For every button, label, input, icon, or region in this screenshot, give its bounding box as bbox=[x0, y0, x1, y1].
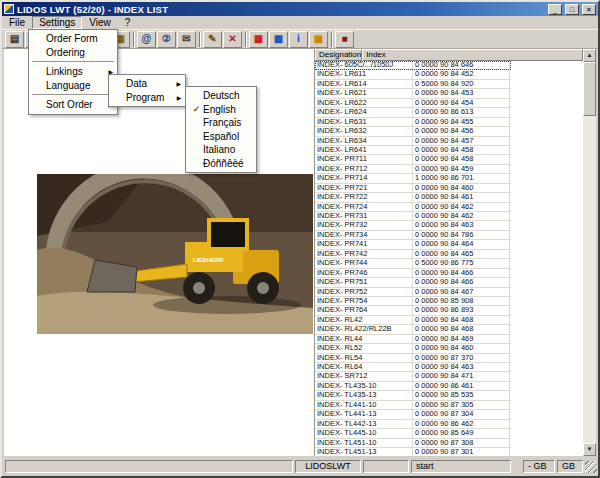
info-button[interactable]: i bbox=[289, 31, 308, 48]
designation-cell: INDEX- TL435-13 bbox=[315, 391, 413, 399]
menu-item-deutsch[interactable]: ✓ Deutsch ▶ bbox=[188, 89, 254, 103]
designation-cell: INDEX- LR631 bbox=[315, 118, 413, 126]
menu-view[interactable]: View bbox=[82, 16, 118, 29]
table-row[interactable]: INDEX- SR712 0 0000 90 84 471 bbox=[315, 372, 511, 381]
toolbar-icon: ▦ bbox=[274, 34, 283, 44]
mail-button[interactable]: ✉ bbox=[177, 31, 196, 48]
search-a-button[interactable]: @ bbox=[137, 31, 156, 48]
table-row[interactable]: INDEX- LR614 0 5000 90 84 920 bbox=[315, 80, 511, 89]
toolbar-icon: ▦ bbox=[314, 34, 323, 44]
table-row[interactable]: INDEX- RL64 0 0000 90 84 463 bbox=[315, 363, 511, 372]
table-row[interactable]: INDEX- PR724 0 0000 90 84 462 bbox=[315, 203, 511, 212]
menu-item-language[interactable]: ✓ Language ▶ bbox=[31, 79, 115, 93]
table-row[interactable]: INDEX- PR721 0 0000 90 84 460 bbox=[315, 184, 511, 193]
scrollbar-thumb[interactable] bbox=[583, 62, 596, 116]
table-row[interactable]: INDEX- PR711 0 0000 90 84 458 bbox=[315, 155, 511, 164]
index-cell: 0 0000 90 84 463 bbox=[413, 363, 510, 371]
index-list-panel: Designation Index INDEX- 605C/.../1050J … bbox=[315, 49, 596, 456]
menu-settings[interactable]: Settings bbox=[32, 16, 82, 29]
table-row[interactable]: INDEX- LR622 0 0000 90 84 454 bbox=[315, 99, 511, 108]
column-header[interactable]: Designation bbox=[315, 49, 362, 61]
menu-item-espanol[interactable]: ✓ Español ▶ bbox=[188, 130, 254, 144]
search-2-button[interactable]: ② bbox=[157, 31, 176, 48]
vertical-scrollbar[interactable]: ▲ ▼ bbox=[583, 49, 596, 456]
table-row[interactable]: INDEX- LR632 0 0000 90 84 456 bbox=[315, 127, 511, 136]
table-row[interactable]: INDEX- TL451-13 0 0000 90 87 301 bbox=[315, 448, 511, 456]
table-row[interactable]: INDEX- LR641 0 0000 90 84 458 bbox=[315, 146, 511, 155]
menu-help[interactable]: ? bbox=[118, 16, 138, 29]
table-row[interactable]: INDEX- TL441-10 0 0000 90 87 305 bbox=[315, 401, 511, 410]
table-row[interactable]: INDEX- PR741 0 0000 90 84 464 bbox=[315, 240, 511, 249]
menu-item-francais[interactable]: ✓ Français ▶ bbox=[188, 116, 254, 130]
designation-cell: INDEX- PR754 bbox=[315, 297, 413, 305]
close-button[interactable]: ✕ bbox=[582, 4, 596, 15]
menu-item-italiano[interactable]: ✓ Italiano ▶ bbox=[188, 143, 254, 157]
delete-button[interactable]: ✕ bbox=[223, 31, 242, 48]
index-cell: 0 0000 90 84 646 bbox=[413, 61, 510, 69]
table-row[interactable]: INDEX- LR631 0 0000 90 84 455 bbox=[315, 118, 511, 127]
table-row[interactable]: INDEX- RL422/RL22B 0 0000 90 84 468 bbox=[315, 325, 511, 334]
toolbar-icon: ■ bbox=[341, 34, 347, 44]
table-row[interactable]: INDEX- PR734 0 0000 90 84 786 bbox=[315, 231, 511, 240]
maximize-button[interactable]: □ bbox=[565, 4, 579, 15]
index-cell: 0 0000 90 84 467 bbox=[413, 288, 510, 296]
document-button[interactable]: ▤ bbox=[5, 31, 24, 48]
menu-item-ordering[interactable]: ✓ Ordering ▶ bbox=[31, 46, 115, 60]
table-row[interactable]: INDEX- TL435-10 0 0000 90 86 461 bbox=[315, 382, 511, 391]
table-row[interactable]: INDEX- RL52 0 0000 90 84 460 bbox=[315, 344, 511, 353]
designation-cell: INDEX- PR732 bbox=[315, 221, 413, 229]
minimize-button[interactable]: _ bbox=[548, 4, 562, 15]
table-row[interactable]: INDEX- PR731 0 0000 90 84 462 bbox=[315, 212, 511, 221]
table-row[interactable]: INDEX- PR746 0 0000 90 84 466 bbox=[315, 269, 511, 278]
menu-item-linkings[interactable]: ✓ Linkings ▶ bbox=[31, 65, 115, 79]
table-row[interactable]: INDEX- LR624 0 0000 90 86 613 bbox=[315, 108, 511, 117]
menu-item-english[interactable]: ✓ English ▶ bbox=[188, 103, 254, 117]
table-row[interactable]: INDEX- RL44 0 0000 90 84 469 bbox=[315, 335, 511, 344]
resize-grip[interactable] bbox=[585, 461, 597, 473]
table-row[interactable]: INDEX- TL435-13 0 0000 90 85 535 bbox=[315, 391, 511, 400]
toolbar-icon: ✕ bbox=[228, 34, 236, 44]
menu-item-sort-order[interactable]: ✓ Sort Order ▶ bbox=[31, 98, 115, 112]
table-row[interactable]: INDEX- PR754 0 0000 90 85 908 bbox=[315, 297, 511, 306]
menu-item-data[interactable]: ✓ Data ▶ bbox=[111, 77, 183, 91]
table-row[interactable]: INDEX- TL441-13 0 0000 90 87 304 bbox=[315, 410, 511, 419]
table-row[interactable]: INDEX- TL451-10 0 0000 90 87 308 bbox=[315, 439, 511, 448]
table-row[interactable]: INDEX- TL445-10 0 0000 90 85 649 bbox=[315, 429, 511, 438]
menu-file[interactable]: File bbox=[2, 16, 32, 29]
title-bar[interactable]: LIDOS LWT (52/20) - INDEX LIST _ □ ✕ bbox=[2, 2, 598, 16]
scroll-up-icon[interactable]: ▲ bbox=[583, 49, 596, 62]
table-row[interactable]: INDEX- PR722 0 0000 90 84 461 bbox=[315, 193, 511, 202]
table-row[interactable]: INDEX- PR752 0 0000 90 84 467 bbox=[315, 288, 511, 297]
table-row[interactable]: INDEX- PR751 0 0000 90 84 466 bbox=[315, 278, 511, 287]
column-header[interactable]: Index bbox=[362, 49, 583, 61]
table-row[interactable]: INDEX- PR764 0 0000 90 86 893 bbox=[315, 306, 511, 315]
index-cell: 0 0000 90 84 460 bbox=[413, 344, 510, 352]
partlist-yellow-button[interactable]: ▦ bbox=[309, 31, 328, 48]
table-row[interactable]: INDEX- PR714 1 0000 90 86 701 bbox=[315, 174, 511, 183]
index-cell: 0 0000 90 84 459 bbox=[413, 165, 510, 173]
table-row[interactable]: INDEX- PR732 0 0000 90 84 463 bbox=[315, 221, 511, 230]
partlist-red-button[interactable]: ▦ bbox=[249, 31, 268, 48]
index-cell: 0 0000 90 87 301 bbox=[413, 448, 510, 456]
designation-cell: INDEX- TL445-10 bbox=[315, 429, 413, 437]
index-cell: 0 0000 90 84 786 bbox=[413, 231, 510, 239]
table-row[interactable]: INDEX- LR611 0 0000 90 84 452 bbox=[315, 70, 511, 79]
status-panel-empty2 bbox=[363, 460, 409, 473]
scroll-down-icon[interactable]: ▼ bbox=[583, 443, 596, 456]
table-row[interactable]: INDEX- RL42 0 0000 90 84 468 bbox=[315, 316, 511, 325]
menu-item-order-form[interactable]: ✓ Order Form ▶ bbox=[31, 32, 115, 46]
designation-cell: INDEX- PR712 bbox=[315, 165, 413, 173]
menu-item-russian[interactable]: ✓ Ðóññêèé ▶ bbox=[188, 157, 254, 171]
edit-button[interactable]: ✎ bbox=[203, 31, 222, 48]
table-row[interactable]: INDEX- PR742 0 0000 90 84 465 bbox=[315, 250, 511, 259]
menu-item-program[interactable]: ✓ Program ▶ bbox=[111, 91, 183, 105]
table-row[interactable]: INDEX- TL442-13 0 0000 90 86 462 bbox=[315, 420, 511, 429]
partlist-multi-button[interactable]: ▦ bbox=[269, 31, 288, 48]
table-row[interactable]: INDEX- LR634 0 0000 90 84 457 bbox=[315, 137, 511, 146]
table-row[interactable]: INDEX- PR744 0 5000 90 86 775 bbox=[315, 259, 511, 268]
stop-button[interactable]: ■ bbox=[335, 31, 354, 48]
table-row[interactable]: INDEX- RL54 0 0000 90 87 370 bbox=[315, 354, 511, 363]
table-row[interactable]: INDEX- 605C/.../1050J 0 0000 90 84 646 bbox=[315, 61, 511, 70]
table-row[interactable]: INDEX- LR621 0 0000 90 84 453 bbox=[315, 89, 511, 98]
table-row[interactable]: INDEX- PR712 0 0000 90 84 459 bbox=[315, 165, 511, 174]
